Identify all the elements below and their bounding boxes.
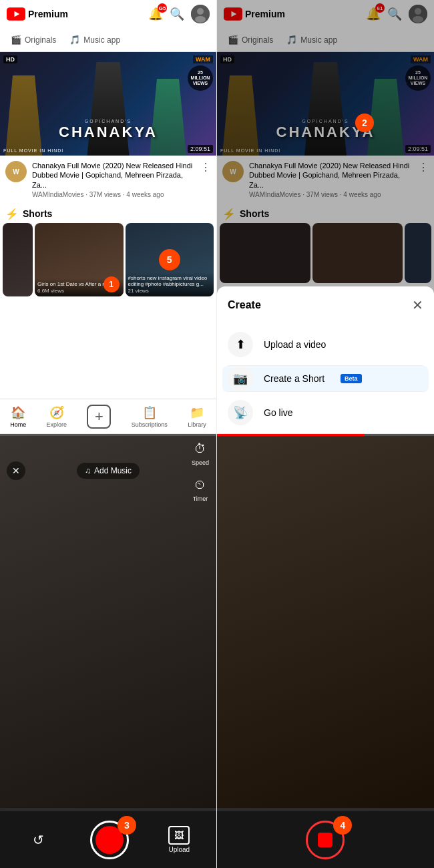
timer-control[interactable]: ⏲ Timer <box>191 475 210 502</box>
notification-bell[interactable]: 🔔 G5 <box>148 7 163 21</box>
step-badge-3: 3 <box>118 816 136 835</box>
create-short-label: Create a Short <box>264 373 324 384</box>
upload-video-label: Upload a video <box>264 339 326 350</box>
short-item-1[interactable]: Girls on 1st Date vs After a month 6.6M … <box>35 223 124 296</box>
rotate-icon: ↺ <box>33 832 44 848</box>
wam-badge: WAM <box>193 55 213 63</box>
yt-logo: Premium <box>7 7 68 21</box>
camera-bottom-bar-bl: ↺ 3 🖼 Upload <box>0 811 216 868</box>
plus-icon: + <box>95 408 103 425</box>
more-options[interactable]: ⋮ <box>200 161 211 174</box>
shorts-grid: Girls on 1st Date vs After a month 6.6M … <box>0 223 216 296</box>
create-modal: Create ✕ ⬆ Upload a video 📷 Create a Sho… <box>217 286 434 433</box>
add-music-btn[interactable]: ♫ Add Music <box>77 463 140 479</box>
record-button[interactable]: 3 <box>90 821 129 859</box>
short-caption-2: #shorts new instagram viral video editin… <box>128 275 212 288</box>
nav-subscriptions[interactable]: 📋 Subscriptions <box>132 405 168 428</box>
create-button[interactable]: + <box>87 405 111 429</box>
bottom-nav-tl: 🏠 Home 🧭 Explore + 📋 Subscriptions 📁 Lib… <box>0 399 216 433</box>
short-item-partial[interactable] <box>3 223 33 296</box>
search-icon[interactable]: 🔍 <box>170 7 184 21</box>
movie-title-overlay: GOPICHAND'S CHANAKYA <box>59 119 158 141</box>
camera-bottom-bar-br: 4 <box>217 811 434 868</box>
short-overlay-2: #shorts new instagram viral video editin… <box>126 272 214 296</box>
video-meta: Chanakya Full Movie (2020) New Released … <box>32 161 195 198</box>
shorts-label: Shorts <box>23 208 52 219</box>
panel-top-right: Premium 🔔 61 🔍 🎬 Originals 🎵 Mu <box>217 0 434 434</box>
upload-video-option[interactable]: ⬆ Upload a video <box>228 324 423 366</box>
go-live-option[interactable]: 📡 Go live <box>228 392 423 433</box>
camera-viewfinder-br <box>217 434 434 808</box>
shorts-icon: ⚡ <box>5 208 19 220</box>
speed-control[interactable]: ⏱ Speed <box>191 439 210 466</box>
timer-icon: ⏲ <box>191 475 210 494</box>
upload-icon: ⬆ <box>228 332 253 357</box>
header-icons: 🔔 G5 🔍 <box>148 5 210 23</box>
video-sub: WAMIndiaMovies · 37M views · 4 weeks ago <box>32 191 195 198</box>
modal-header: Create ✕ <box>228 297 423 313</box>
speed-label: Speed <box>192 459 209 466</box>
header-tl: Premium 🔔 G5 🔍 <box>0 0 216 28</box>
nav-library[interactable]: 📁 Library <box>188 405 206 428</box>
notif-count: G5 <box>158 3 167 13</box>
movie-thumbnail-tl[interactable]: HD WAM 25 MILLION VIEWS GOPICHAND'S CHAN… <box>0 52 216 156</box>
shorts-header: ⚡ Shorts <box>0 204 216 223</box>
video-title: Chanakya Full Movie (2020) New Released … <box>32 161 195 190</box>
avatar[interactable] <box>191 5 210 23</box>
camera-progress-bar-br <box>217 434 434 436</box>
step-badge-5: 5 <box>159 249 180 270</box>
timer-label: Timer <box>193 495 208 502</box>
beta-badge: Beta <box>341 374 362 383</box>
live-icon: 📡 <box>228 400 253 425</box>
rotate-camera-btn[interactable]: ↺ <box>27 828 51 852</box>
camera-right-controls-bl: ⏱ Speed ⏲ Timer <box>191 439 210 502</box>
upload-gallery-label: Upload <box>168 846 190 853</box>
progress-fill-br <box>217 434 365 436</box>
avatar-image <box>191 5 210 23</box>
modal-title: Create <box>228 299 261 311</box>
camera-icon: 📷 <box>228 366 253 391</box>
views-badge: 25 MILLION VIEWS <box>188 65 213 91</box>
create-short-option[interactable]: 📷 Create a Short Beta <box>222 366 429 392</box>
step-badge-1: 1 <box>103 276 120 292</box>
camera-close-btn[interactable]: ✕ <box>7 461 25 480</box>
add-music-label: Add Music <box>94 466 132 475</box>
close-icon: ✕ <box>12 465 20 476</box>
channel-icon: W <box>5 161 27 182</box>
panel-bottom-left: ✕ ♫ Add Music ⏱ Speed ⏲ Timer ↺ 3 🖼 <box>0 434 217 868</box>
video-info-tl: W Chanakya Full Movie (2020) New Release… <box>0 156 216 204</box>
stop-inner <box>318 833 333 847</box>
svg-point-3 <box>197 8 204 15</box>
panel-bottom-right: 4 <box>217 434 434 868</box>
nav-originals[interactable]: 🎬 Originals <box>4 28 63 51</box>
speed-icon: ⏱ <box>191 439 210 458</box>
explore-icon: 🧭 <box>49 405 64 420</box>
nav-bar-tl: 🎬 Originals 🎵 Music app <box>0 28 216 52</box>
youtube-icon <box>7 7 25 21</box>
svg-point-4 <box>195 16 206 23</box>
camera-top-bar-bl: ✕ ♫ Add Music ⏱ Speed ⏲ Timer <box>0 434 216 507</box>
home-icon: 🏠 <box>11 405 25 420</box>
short-views-2: 21 views <box>128 288 212 294</box>
nav-explore[interactable]: 🧭 Explore <box>47 405 67 428</box>
hd-badge: HD <box>3 55 17 63</box>
nav-home[interactable]: 🏠 Home <box>10 405 26 428</box>
go-live-label: Go live <box>264 407 293 418</box>
subscriptions-icon: 📋 <box>142 405 157 420</box>
panel-top-left: Premium 🔔 G5 🔍 🎬 Originals 🎵 Mu <box>0 0 217 434</box>
nav-music-app[interactable]: 🎵 Music app <box>63 28 127 51</box>
library-icon: 📁 <box>190 405 204 420</box>
stop-button[interactable]: 4 <box>306 821 345 859</box>
step-badge-2: 2 <box>355 114 374 132</box>
music-note-icon: ♫ <box>85 466 91 475</box>
modal-close[interactable]: ✕ <box>412 297 423 313</box>
upload-gallery-icon: 🖼 <box>168 826 190 845</box>
movie-duration: 2:09:51 <box>188 145 213 153</box>
short-item-2[interactable]: 5 #shorts new instagram viral video edit… <box>126 223 214 296</box>
step-badge-4: 4 <box>333 816 352 835</box>
upload-gallery-btn[interactable]: 🖼 Upload <box>168 826 190 853</box>
premium-label: Premium <box>28 9 68 19</box>
full-movie-text: FULL MOVIE IN HINDI <box>3 148 63 153</box>
